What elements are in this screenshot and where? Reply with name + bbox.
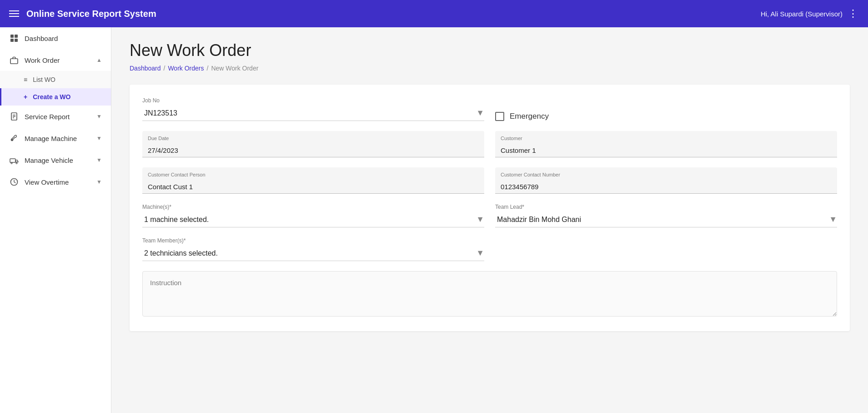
sidebar-item-view-overtime[interactable]: View Overtime ▼ [0, 171, 111, 193]
sidebar-item-create-wo[interactable]: + Create a WO [0, 88, 111, 106]
hamburger-icon[interactable] [9, 10, 19, 17]
app-title: Online Service Report System [26, 9, 156, 19]
sidebar-item-list-wo[interactable]: ≡ List WO [0, 71, 111, 88]
sidebar-label-view-overtime: View Overtime [25, 178, 69, 186]
customer-field: Customer Customer 1 [495, 131, 837, 157]
truck-icon [9, 155, 19, 165]
topbar-left: Online Service Report System [9, 9, 156, 19]
more-options-icon[interactable]: ⋮ [848, 8, 859, 20]
team-members-dropdown[interactable]: 2 technicians selected. ▼ [142, 246, 484, 261]
topbar: Online Service Report System Hi, Ali Sup… [0, 0, 868, 27]
form-row-machines-lead: Machine(s)* 1 machine selected. ▼ Team L… [142, 204, 837, 227]
instruction-group [142, 271, 837, 317]
team-members-group: Team Member(s)* 2 technicians selected. … [142, 237, 484, 261]
sidebar-label-work-order: Work Order [25, 56, 60, 64]
svg-rect-0 [10, 35, 14, 38]
machines-arrow-icon: ▼ [476, 215, 484, 224]
team-lead-value: Mahadzir Bin Mohd Ghani [495, 216, 829, 224]
customer-group: Customer Customer 1 [495, 131, 837, 157]
breadcrumb: Dashboard / Work Orders / New Work Order [130, 65, 850, 72]
job-no-group: Job No JN123513 ▼ [142, 97, 484, 121]
layout: Dashboard Work Order ▲ ≡ List WO + Creat… [0, 27, 868, 413]
team-lead-group: Team Lead* Mahadzir Bin Mohd Ghani ▼ [495, 204, 837, 227]
contact-person-group: Customer Contact Person Contact Cust 1 [142, 167, 484, 194]
customer-label: Customer [501, 136, 832, 141]
form-row-date-customer: Due Date 27/4/2023 Customer Customer 1 [142, 131, 837, 157]
team-members-arrow-icon: ▼ [476, 248, 484, 258]
svg-rect-1 [15, 35, 18, 38]
breadcrumb-current: New Work Order [211, 65, 258, 72]
contact-person-label: Customer Contact Person [148, 172, 479, 177]
emergency-label: Emergency [510, 112, 549, 121]
sidebar-item-dashboard[interactable]: Dashboard [0, 27, 111, 49]
svg-rect-2 [10, 39, 14, 42]
list-icon: ≡ [24, 76, 27, 83]
contact-person-field: Customer Contact Person Contact Cust 1 [142, 167, 484, 194]
wrench-icon [9, 133, 19, 143]
breadcrumb-work-orders[interactable]: Work Orders [168, 65, 204, 72]
contact-number-group: Customer Contact Number 0123456789 [495, 167, 837, 194]
team-lead-dropdown[interactable]: Mahadzir Bin Mohd Ghani ▼ [495, 212, 837, 227]
breadcrumb-sep2: / [206, 65, 208, 72]
form-row-team-members: Team Member(s)* 2 technicians selected. … [142, 237, 837, 261]
team-members-label: Team Member(s)* [142, 237, 484, 244]
sidebar-label-manage-machine: Manage Machine [25, 135, 77, 142]
chevron-down-icon: ▼ [96, 113, 102, 120]
machines-value: 1 machine selected. [142, 216, 476, 224]
due-date-group: Due Date 27/4/2023 [142, 131, 484, 157]
topbar-right: Hi, Ali Supardi (Supervisor) ⋮ [761, 8, 859, 20]
chevron-up-icon: ▲ [96, 57, 102, 63]
svg-point-12 [16, 162, 17, 164]
machines-dropdown[interactable]: 1 machine selected. ▼ [142, 212, 484, 227]
team-lead-label: Team Lead* [495, 204, 837, 210]
clock-icon [9, 177, 19, 187]
team-members-value: 2 technicians selected. [142, 249, 476, 257]
form-row-contact: Customer Contact Person Contact Cust 1 C… [142, 167, 837, 194]
svg-rect-4 [10, 59, 18, 64]
sidebar: Dashboard Work Order ▲ ≡ List WO + Creat… [0, 27, 111, 413]
team-lead-arrow-icon: ▼ [829, 215, 837, 224]
form-row-job-emergency: Job No JN123513 ▼ Emergency [142, 97, 837, 121]
document-icon [9, 111, 19, 121]
breadcrumb-sep1: / [164, 65, 166, 72]
page-title: New Work Order [130, 41, 850, 60]
svg-rect-3 [15, 39, 18, 42]
customer-value: Customer 1 [501, 146, 832, 154]
emergency-checkbox[interactable] [495, 112, 504, 121]
emergency-row: Emergency [495, 108, 837, 121]
briefcase-icon [9, 55, 19, 65]
chevron-down-icon4: ▼ [96, 179, 102, 185]
due-date-label: Due Date [148, 136, 479, 141]
list-wo-label: List WO [33, 76, 55, 83]
emergency-group: Emergency [495, 108, 837, 121]
form-card: Job No JN123513 ▼ Emergency [130, 85, 850, 331]
svg-point-11 [11, 162, 12, 164]
sidebar-item-work-order[interactable]: Work Order ▲ [0, 49, 111, 71]
breadcrumb-dashboard[interactable]: Dashboard [130, 65, 161, 72]
sidebar-label-manage-vehicle: Manage Vehicle [25, 156, 73, 164]
sidebar-item-manage-vehicle[interactable]: Manage Vehicle ▼ [0, 149, 111, 171]
job-no-dropdown[interactable]: JN123513 ▼ [142, 106, 484, 121]
due-date-field: Due Date 27/4/2023 [142, 131, 484, 157]
instruction-textarea[interactable] [142, 271, 837, 317]
contact-number-field: Customer Contact Number 0123456789 [495, 167, 837, 194]
user-greeting: Hi, Ali Supardi (Supervisor) [761, 10, 843, 18]
machines-group: Machine(s)* 1 machine selected. ▼ [142, 204, 484, 227]
work-order-submenu: ≡ List WO + Create a WO [0, 71, 111, 106]
chevron-down-icon2: ▼ [96, 135, 102, 141]
sidebar-item-service-report[interactable]: Service Report ▼ [0, 106, 111, 127]
main-content: New Work Order Dashboard / Work Orders /… [111, 27, 868, 413]
contact-number-value: 0123456789 [501, 183, 832, 191]
sidebar-item-manage-machine[interactable]: Manage Machine ▼ [0, 127, 111, 149]
contact-person-value: Contact Cust 1 [148, 183, 479, 191]
machines-label: Machine(s)* [142, 204, 484, 210]
chevron-down-icon3: ▼ [96, 157, 102, 163]
svg-rect-10 [10, 159, 15, 162]
job-no-value: JN123513 [142, 109, 476, 117]
sidebar-label-dashboard: Dashboard [25, 35, 58, 42]
job-no-label: Job No [142, 97, 484, 104]
contact-number-label: Customer Contact Number [501, 172, 832, 177]
sidebar-label-service-report: Service Report [25, 113, 70, 121]
plus-icon: + [24, 93, 27, 101]
dropdown-arrow-icon: ▼ [476, 108, 484, 118]
